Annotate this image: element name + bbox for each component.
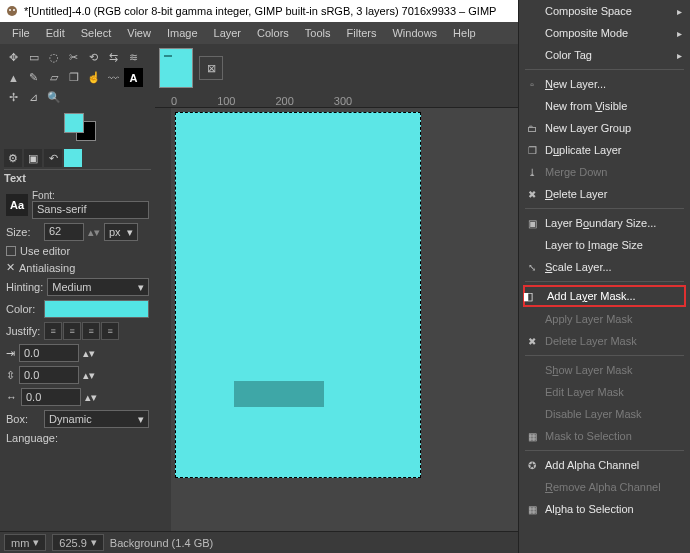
box-select[interactable]: Dynamic▾ [44,410,149,428]
menu-add-layer-mask[interactable]: ◧Add Layer Mask... [523,285,686,307]
justify-label: Justify: [6,325,40,337]
layer-context-menu: Composite Space Composite Mode Color Tag… [518,0,690,553]
svg-point-1 [9,9,11,11]
menu-edit-mask: Edit Layer Mask [519,381,690,403]
tool-free-select-icon[interactable]: ◌ [44,48,63,67]
tool-clone-icon[interactable]: ❐ [64,68,83,87]
antialias-checkbox[interactable]: ✕ [6,261,15,274]
font-input[interactable]: Sans-serif [32,201,149,219]
menu-add-alpha[interactable]: ✪Add Alpha Channel [519,454,690,476]
tool-rect-select-icon[interactable]: ▭ [24,48,43,67]
justify-right-icon[interactable]: ≡ [63,322,81,340]
tool-smudge-icon[interactable]: ☝ [84,68,103,87]
menu-delete-mask: ✖Delete Layer Mask [519,330,690,352]
fg-color-swatch[interactable] [64,113,84,133]
letter-spacing-icon: ↔ [6,391,17,403]
line-spacing-input[interactable]: 0.0 [19,366,79,384]
tool-text-icon[interactable]: A [124,68,143,87]
color-label: Color: [6,303,40,315]
menu-new-from-visible[interactable]: New from Visible [519,95,690,117]
device-tab-icon[interactable]: ▣ [24,149,42,167]
menu-select[interactable]: Select [75,25,118,41]
tool-move-icon[interactable]: ✥ [4,48,23,67]
ruler-tick: 200 [275,95,293,107]
mask-icon: ◧ [523,290,533,303]
menu-new-group[interactable]: 🗀New Layer Group [519,117,690,139]
line-spacing-icon: ⇳ [6,369,15,382]
text-color-box[interactable] [44,300,149,318]
menu-disable-mask: Disable Layer Mask [519,403,690,425]
tool-option-tabs[interactable]: ⚙ ▣ ↶ [4,149,151,170]
svg-point-0 [7,6,17,16]
menu-composite-space[interactable]: Composite Space [519,0,690,22]
menu-new-layer[interactable]: ▫New Layer... [519,73,690,95]
scale-icon: ⤡ [525,260,539,274]
menu-color-tag[interactable]: Color Tag [519,44,690,66]
tool-bucket-icon[interactable]: ▲ [4,68,23,87]
tool-rotate-icon[interactable]: ⟲ [84,48,103,67]
menu-duplicate-layer[interactable]: ❐Duplicate Layer [519,139,690,161]
tool-flip-icon[interactable]: ⇆ [104,48,123,67]
menu-view[interactable]: View [121,25,157,41]
menu-tools[interactable]: Tools [299,25,337,41]
app-icon [4,3,20,19]
options-tab-icon[interactable]: ⚙ [4,149,22,167]
selection-icon: ▦ [525,429,539,443]
history-tab-icon[interactable]: ↶ [44,149,62,167]
size-input[interactable]: 62 [44,223,84,241]
toolbox: ✥ ▭ ◌ ✂ ⟲ ⇆ ≋ ▲ ✎ ▱ ❐ ☝ 〰 A ✢ ⊿ 🔍 ⚙ ▣ ↶ [0,44,155,531]
ruler-tick: 300 [334,95,352,107]
image-tab-icon[interactable] [64,149,82,167]
color-swatches[interactable] [64,113,151,141]
menu-separator [525,281,684,282]
menu-show-mask: Show Layer Mask [519,359,690,381]
canvas-rectangle [234,381,324,407]
menu-edit[interactable]: Edit [40,25,71,41]
menu-separator [525,450,684,451]
hinting-select[interactable]: Medium▾ [47,278,149,296]
svg-point-2 [13,9,15,11]
use-editor-checkbox[interactable] [6,246,16,256]
zoom-select[interactable]: 625.9▾ [52,534,104,551]
tool-pencil-icon[interactable]: ✎ [24,68,43,87]
size-label: Size: [6,226,40,238]
folder-icon: 🗀 [525,121,539,135]
size-unit-select[interactable]: px▾ [104,223,138,241]
justify-left-icon[interactable]: ≡ [44,322,62,340]
close-image-icon[interactable]: ⊠ [199,56,223,80]
menu-delete-layer[interactable]: ✖Delete Layer [519,183,690,205]
justify-fill-icon[interactable]: ≡ [101,322,119,340]
letter-spacing-input[interactable]: 0.0 [21,388,81,406]
menu-remove-alpha: Remove Alpha Channel [519,476,690,498]
boundary-icon: ▣ [525,216,539,230]
delete-icon: ✖ [525,187,539,201]
indent-input[interactable]: 0.0 [19,344,79,362]
menu-windows[interactable]: Windows [386,25,443,41]
menu-colors[interactable]: Colors [251,25,295,41]
tool-warp-icon[interactable]: ≋ [124,48,143,67]
image-thumb[interactable] [159,48,193,88]
tool-path-icon[interactable]: 〰 [104,68,123,87]
menu-alpha-to-selection[interactable]: ▦Alpha to Selection [519,498,690,520]
artboard[interactable] [175,112,421,478]
menu-help[interactable]: Help [447,25,482,41]
tool-picker-icon[interactable]: ✢ [4,88,23,107]
justify-center-icon[interactable]: ≡ [82,322,100,340]
menu-image[interactable]: Image [161,25,204,41]
menu-file[interactable]: File [6,25,36,41]
tool-zoom-icon[interactable]: 🔍 [44,88,63,107]
menu-composite-mode[interactable]: Composite Mode [519,22,690,44]
justify-buttons[interactable]: ≡ ≡ ≡ ≡ [44,322,119,340]
menu-scale-layer[interactable]: ⤡Scale Layer... [519,256,690,278]
menu-separator [525,69,684,70]
unit-select[interactable]: mm▾ [4,534,46,551]
language-label: Language: [6,432,149,444]
tool-crop-icon[interactable]: ✂ [64,48,83,67]
menu-layer[interactable]: Layer [208,25,248,41]
menu-filters[interactable]: Filters [341,25,383,41]
tool-measure-icon[interactable]: ⊿ [24,88,43,107]
menu-boundary-size[interactable]: ▣Layer Boundary Size... [519,212,690,234]
tool-eraser-icon[interactable]: ▱ [44,68,63,87]
menu-layer-to-image[interactable]: Layer to Image Size [519,234,690,256]
alpha-icon: ✪ [525,458,539,472]
